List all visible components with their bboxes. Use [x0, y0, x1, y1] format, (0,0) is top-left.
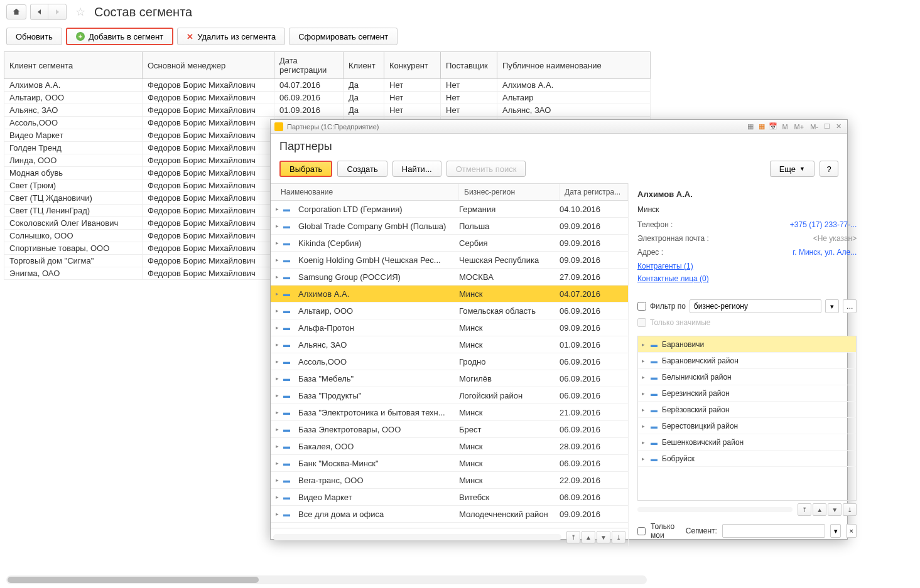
partner-row[interactable]: ▸ ▬ База "Электротоника и бытовая техн..… [271, 404, 628, 421]
find-button[interactable]: Найти... [392, 161, 441, 177]
expand-icon[interactable]: ▸ [271, 274, 283, 280]
partner-row[interactable]: ▸ ▬ Альфа-Протон Минск 09.09.2016 [271, 319, 628, 336]
expand-icon[interactable]: ▸ [271, 426, 283, 432]
region-row[interactable]: ▸ ▬ Берестовицкий район [638, 418, 856, 434]
scrollbar-thumb[interactable] [8, 577, 259, 583]
expand-icon[interactable]: ▸ [271, 324, 283, 331]
region-tree[interactable]: ▸ ▬ Барановичи▸ ▬ Барановичский район▸ ▬… [637, 336, 857, 501]
expand-icon[interactable]: ▸ [271, 291, 283, 297]
close-icon[interactable]: ✕ [833, 122, 843, 132]
region-row[interactable]: ▸ ▬ Барановичский район [638, 353, 856, 369]
table-row[interactable]: Алхимов А.А.Федоров Борис Михайлович04.0… [4, 79, 651, 92]
forward-button[interactable] [48, 4, 66, 19]
select-button[interactable]: Выбрать [279, 161, 332, 177]
region-row[interactable]: ▸ ▬ Барановичи [638, 336, 856, 353]
table-row[interactable]: Альтаир, ОООФедоров Борис Михайлович06.0… [4, 92, 651, 104]
star-icon[interactable]: ☆ [75, 5, 85, 19]
dialog-titlebar[interactable]: Партнеры (1С:Предприятие) ▦ ▦ 📅 M M+ M- … [271, 120, 847, 134]
expand-icon[interactable]: ▸ [271, 206, 283, 212]
list-col-region[interactable]: Бизнес-регион [459, 184, 560, 200]
segment-select[interactable] [722, 524, 825, 538]
expand-icon[interactable]: ▸ [271, 341, 283, 348]
region-nav-last[interactable]: ⤓ [843, 503, 857, 516]
partner-row[interactable]: ▸ ▬ База Электротовары, ООО Брест 06.09.… [271, 421, 628, 438]
partner-row[interactable]: ▸ ▬ Koenig Holding GmbH (Чешская Рес... … [271, 252, 628, 269]
partner-row[interactable]: ▸ ▬ Бакалея, ООО Минск 28.09.2016 [271, 438, 628, 455]
region-nav-up[interactable]: ▲ [813, 503, 826, 516]
partner-row[interactable]: ▸ ▬ Ассоль,ООО Гродно 06.09.2016 [271, 353, 628, 370]
nav-last[interactable]: ⤓ [612, 531, 625, 543]
region-scrollbar[interactable] [637, 507, 793, 512]
expand-icon[interactable]: ▸ [642, 407, 651, 413]
home-button[interactable] [6, 4, 26, 19]
region-row[interactable]: ▸ ▬ Берёзовский район [638, 402, 856, 418]
contacts-link[interactable]: Контактные лица (0) [637, 274, 857, 283]
filter-by-select[interactable] [690, 299, 821, 313]
list-col-date[interactable]: Дата регистра... [560, 184, 628, 200]
cancel-search-button[interactable]: Отменить поиск [446, 161, 526, 177]
expand-icon[interactable]: ▸ [271, 392, 283, 398]
region-nav-first[interactable]: ⤒ [798, 503, 811, 516]
help-button[interactable]: ? [820, 161, 838, 177]
region-row[interactable]: ▸ ▬ Белыничский район [638, 369, 856, 385]
tb-mplus[interactable]: M+ [792, 123, 807, 131]
filter-by-dropdown[interactable]: ▾ [825, 299, 839, 313]
partner-list[interactable]: ▸ ▬ Corporation LTD (Германия) Германия … [271, 201, 628, 528]
nav-down[interactable]: ▼ [597, 531, 610, 543]
partner-row[interactable]: ▸ ▬ Corporation LTD (Германия) Германия … [271, 201, 628, 218]
maximize-icon[interactable]: ☐ [822, 122, 832, 132]
col-public-name[interactable]: Публичное наименование [497, 52, 651, 79]
partner-row[interactable]: ▸ ▬ Альянс, ЗАО Минск 01.09.2016 [271, 336, 628, 353]
nav-first[interactable]: ⤒ [566, 531, 580, 543]
list-scrollbar[interactable] [273, 534, 561, 540]
partner-row[interactable]: ▸ ▬ Банк "Москва-Минск" Минск 06.09.2016 [271, 455, 628, 472]
region-nav-down[interactable]: ▼ [828, 503, 842, 516]
expand-icon[interactable]: ▸ [271, 307, 283, 314]
tb-icon-2[interactable]: ▦ [757, 122, 767, 132]
expand-icon[interactable]: ▸ [642, 358, 651, 364]
only-significant-checkbox[interactable] [637, 318, 646, 327]
refresh-button[interactable]: Обновить [6, 28, 62, 45]
address-value[interactable]: г. Минск, ул. Але... [793, 248, 857, 257]
create-button[interactable]: Создать [337, 161, 387, 177]
expand-icon[interactable]: ▸ [642, 374, 651, 380]
expand-icon[interactable]: ▸ [642, 456, 651, 462]
tb-icon-3[interactable]: 📅 [768, 122, 778, 132]
partner-row[interactable]: ▸ ▬ Видео Маркет Витебск 06.09.2016 [271, 489, 628, 506]
add-to-segment-button[interactable]: + Добавить в сегмент [66, 28, 173, 45]
more-button[interactable]: Еще▼ [770, 161, 814, 177]
region-row[interactable]: ▸ ▬ Бобруйск [638, 451, 856, 467]
col-reg-date[interactable]: Дата регистрации [274, 52, 344, 79]
expand-icon[interactable]: ▸ [642, 439, 651, 446]
contragents-link[interactable]: Контрагенты (1) [637, 262, 857, 270]
expand-icon[interactable]: ▸ [271, 409, 283, 415]
expand-icon[interactable]: ▸ [271, 240, 283, 246]
col-client[interactable]: Клиент сегмента [4, 52, 143, 79]
filter-by-more[interactable]: … [843, 299, 857, 313]
col-competitor[interactable]: Конкурент [384, 52, 441, 79]
col-is-client[interactable]: Клиент [344, 52, 384, 79]
only-mine-checkbox[interactable] [637, 527, 646, 535]
partner-row[interactable]: ▸ ▬ База "Продукты" Логойский район 06.0… [271, 387, 628, 404]
remove-from-segment-button[interactable]: ✕ Удалить из сегмента [177, 28, 285, 45]
expand-icon[interactable]: ▸ [271, 494, 283, 500]
expand-icon[interactable]: ▸ [642, 423, 651, 429]
expand-icon[interactable]: ▸ [642, 390, 651, 397]
expand-icon[interactable]: ▸ [271, 223, 283, 229]
expand-icon[interactable]: ▸ [271, 460, 283, 466]
expand-icon[interactable]: ▸ [271, 443, 283, 449]
region-row[interactable]: ▸ ▬ Березинский район [638, 385, 856, 402]
filter-by-checkbox[interactable] [637, 302, 646, 311]
expand-icon[interactable]: ▸ [271, 511, 283, 517]
list-col-name[interactable]: Наименование [271, 184, 459, 200]
partner-row[interactable]: ▸ ▬ Все для дома и офиса Молодечненский … [271, 506, 628, 523]
expand-icon[interactable]: ▸ [271, 477, 283, 483]
tb-icon-1[interactable]: ▦ [745, 122, 755, 132]
phone-value[interactable]: +375 (17) 233-77-... [790, 220, 857, 229]
expand-icon[interactable]: ▸ [271, 257, 283, 263]
expand-icon[interactable]: ▸ [271, 375, 283, 382]
partner-row[interactable]: ▸ ▬ Альтаир, ООО Гомельская область 06.0… [271, 302, 628, 319]
expand-icon[interactable]: ▸ [271, 358, 283, 365]
partner-row[interactable]: ▸ ▬ Global Trade Company GmbH (Польша) П… [271, 218, 628, 235]
partner-row[interactable]: ▸ ▬ База "Мебель" Могилёв 06.09.2016 [271, 370, 628, 387]
